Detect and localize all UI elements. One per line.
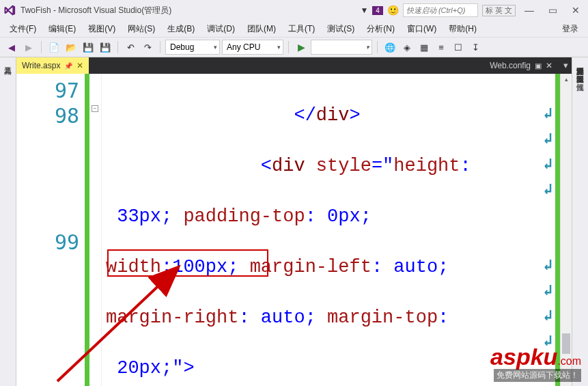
new-project-button[interactable]: 📄 bbox=[46, 40, 61, 55]
run-target[interactable] bbox=[311, 40, 372, 55]
redo-button[interactable]: ↷ bbox=[140, 40, 155, 55]
quick-launch[interactable] bbox=[403, 3, 478, 17]
tb-icon-2[interactable]: ▦ bbox=[417, 40, 432, 55]
tb-icon-5[interactable]: ↧ bbox=[468, 40, 483, 55]
menu-view[interactable]: 视图(V) bbox=[83, 21, 121, 37]
menu-edit[interactable]: 编辑(E) bbox=[43, 21, 81, 37]
solution-explorer-tab[interactable]: 解决方案资源管理器 bbox=[572, 57, 588, 66]
right-change-margin bbox=[555, 74, 560, 386]
notification-badge[interactable]: 4 bbox=[372, 6, 383, 15]
maximize-button[interactable]: ▭ bbox=[543, 3, 562, 18]
menu-website[interactable]: 网站(S) bbox=[122, 21, 160, 37]
menu-test[interactable]: 测试(S) bbox=[322, 21, 360, 37]
scroll-up-icon[interactable]: ▴ bbox=[561, 74, 572, 85]
preview-tab-label: Web.config bbox=[490, 61, 531, 70]
open-button[interactable]: 📂 bbox=[64, 40, 79, 55]
close-icon[interactable]: ✕ bbox=[546, 61, 552, 70]
annotation-box bbox=[107, 249, 268, 277]
login-link[interactable]: 登录 bbox=[557, 21, 584, 37]
preview-tab[interactable]: Web.config ▣ ✕ bbox=[483, 57, 559, 74]
close-icon[interactable]: ✕ bbox=[76, 61, 83, 70]
watermark: aspku.com 免费网站源码下载站！ bbox=[490, 344, 581, 382]
menu-team[interactable]: 团队(M) bbox=[242, 21, 281, 37]
tb-icon-3[interactable]: ≡ bbox=[434, 40, 449, 55]
browse-button[interactable]: 🌐 bbox=[382, 40, 397, 55]
forward-button[interactable]: ▶ bbox=[21, 40, 36, 55]
menu-help[interactable]: 帮助(H) bbox=[443, 21, 482, 37]
wrap-indicator-margin: ↲ ↲ ↲ ↲ ↲ ↲ ↲ ↲ bbox=[540, 74, 555, 386]
menu-file[interactable]: 文件(F) bbox=[4, 21, 42, 37]
close-button[interactable]: ✕ bbox=[566, 3, 585, 18]
quick-launch-input[interactable] bbox=[406, 6, 475, 14]
menu-debug[interactable]: 调试(D) bbox=[201, 21, 240, 37]
config-combo[interactable]: Debug bbox=[165, 40, 220, 55]
ime-indicator[interactable]: 标 英 文 bbox=[482, 5, 516, 16]
outline-margin: − bbox=[89, 74, 102, 386]
tab-strip: Write.aspx 📌 ✕ Web.config ▣ ✕ ▾ bbox=[16, 57, 572, 74]
pin-icon[interactable]: 📌 bbox=[64, 62, 72, 70]
save-all-button[interactable]: 💾 bbox=[98, 40, 113, 55]
save-button[interactable]: 💾 bbox=[81, 40, 96, 55]
platform-combo[interactable]: Any CPU bbox=[222, 40, 283, 55]
feedback-icon[interactable]: 🙂 bbox=[387, 5, 399, 16]
change-margin bbox=[85, 74, 89, 386]
tb-icon-1[interactable]: ◈ bbox=[400, 40, 415, 55]
tab-write-aspx[interactable]: Write.aspx 📌 ✕ bbox=[16, 57, 89, 74]
undo-button[interactable]: ↶ bbox=[123, 40, 138, 55]
menu-bar: 文件(F) 编辑(E) 视图(V) 网站(S) 生成(B) 调试(D) 团队(M… bbox=[0, 20, 588, 37]
menu-tools[interactable]: 工具(T) bbox=[283, 21, 320, 37]
fold-toggle[interactable]: − bbox=[92, 105, 98, 112]
menu-analyze[interactable]: 分析(N) bbox=[361, 21, 400, 37]
left-well: 工具箱 bbox=[0, 57, 16, 386]
toolbox-tab[interactable]: 工具箱 bbox=[0, 57, 16, 66]
minimize-button[interactable]: — bbox=[520, 3, 539, 18]
vertical-scrollbar[interactable]: ▴ bbox=[560, 74, 572, 386]
run-button[interactable]: ▶ bbox=[294, 40, 309, 55]
tab-dropdown[interactable]: ▾ bbox=[559, 57, 572, 72]
window-title: TwoFish - Microsoft Visual Studio(管理员) bbox=[20, 5, 171, 16]
code-text[interactable]: </div> <div style="height: 33px; padding… bbox=[102, 74, 540, 386]
tb-icon-4[interactable]: ☐ bbox=[451, 40, 466, 55]
flag-icon[interactable]: ▼ bbox=[360, 5, 368, 15]
promote-icon[interactable]: ▣ bbox=[535, 61, 542, 70]
document-area: 工具箱 解决方案资源管理器 团队资源管理器 属性 Write.aspx 📌 ✕ … bbox=[0, 57, 588, 386]
toolbar: ◀ ▶ 📄 📂 💾 💾 ↶ ↷ Debug Any CPU ▶ 🌐 ◈ ▦ ≡ … bbox=[0, 37, 588, 57]
menu-window[interactable]: 窗口(W) bbox=[402, 21, 442, 37]
menu-build[interactable]: 生成(B) bbox=[162, 21, 200, 37]
back-button[interactable]: ◀ bbox=[4, 40, 19, 55]
tab-label: Write.aspx bbox=[22, 61, 60, 70]
title-bar: TwoFish - Microsoft Visual Studio(管理员) ▼… bbox=[0, 0, 588, 20]
properties-tab[interactable]: 属性 bbox=[572, 74, 588, 82]
line-number-gutter: 97 98 99 100 bbox=[16, 74, 85, 386]
vs-logo-icon bbox=[3, 3, 16, 17]
code-editor[interactable]: 97 98 99 100 − </div> <div style="height… bbox=[16, 74, 572, 386]
team-explorer-tab[interactable]: 团队资源管理器 bbox=[572, 66, 588, 74]
right-well: 解决方案资源管理器 团队资源管理器 属性 bbox=[572, 57, 588, 386]
